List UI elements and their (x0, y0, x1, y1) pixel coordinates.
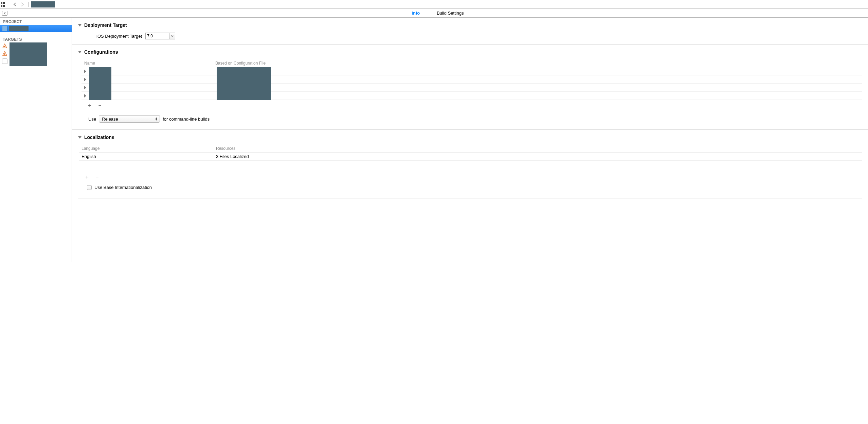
configurations-col-name: Name (82, 59, 214, 67)
command-line-build-config-popup[interactable]: Release ▲▼ (99, 115, 160, 123)
project-icon (2, 26, 7, 31)
separator (28, 2, 29, 7)
svg-point-7 (4, 53, 5, 55)
disclosure-icon[interactable] (78, 136, 82, 139)
sidebar-project-header: PROJECT (0, 18, 72, 25)
related-items-icon[interactable] (1, 2, 6, 7)
localization-language: English (79, 153, 215, 160)
use-label: Use (88, 117, 96, 122)
ios-deployment-target-label: iOS Deployment Target (96, 34, 142, 39)
use-base-internationalization-checkbox[interactable] (87, 185, 92, 190)
remove-localization-button[interactable]: － (94, 174, 100, 181)
separator (9, 2, 9, 7)
configuration-row[interactable] (82, 84, 862, 92)
tab-info[interactable]: Info (412, 9, 420, 17)
project-name-redacted (9, 26, 29, 31)
disclosure-right-icon[interactable] (84, 70, 86, 73)
disclosure-right-icon[interactable] (84, 94, 86, 98)
configuration-row[interactable] (82, 75, 862, 84)
configuration-row[interactable] (82, 92, 862, 100)
tab-build-settings[interactable]: Build Settings (437, 9, 464, 17)
targets-list (0, 42, 72, 67)
editor-tabbar: Info Build Settings (0, 9, 868, 18)
project-row[interactable] (0, 25, 72, 32)
configuration-files-redacted (217, 67, 271, 100)
project-targets-sidebar: PROJECT TARGETS (0, 18, 72, 262)
go-back-mini-button[interactable] (2, 11, 7, 16)
path-toolbar (0, 0, 868, 9)
breadcrumb-redacted[interactable] (31, 1, 55, 7)
localization-row[interactable]: English 3 Files Localized (79, 153, 862, 161)
svg-rect-3 (1, 5, 2, 7)
remove-configuration-button[interactable]: － (97, 102, 103, 109)
disclosure-right-icon[interactable] (84, 78, 86, 81)
configurations-rows (82, 67, 862, 100)
table-footer-line (79, 161, 862, 170)
sidebar-targets-header: TARGETS (0, 32, 72, 42)
svg-rect-4 (3, 5, 4, 7)
use-base-internationalization-label: Use Base Internationalization (94, 185, 152, 190)
ios-deployment-target-input[interactable] (145, 33, 169, 39)
nav-forward-button[interactable] (19, 1, 25, 7)
localizations-col-language: Language (79, 145, 215, 152)
use-suffix-label: for command-line builds (163, 117, 210, 122)
ios-deployment-target-field[interactable] (145, 33, 175, 39)
project-info-editor: Deployment Target iOS Deployment Target … (72, 18, 868, 262)
disclosure-icon[interactable] (78, 24, 82, 26)
svg-rect-0 (1, 2, 2, 4)
configurations-col-file: Based on Configuration File (214, 59, 862, 67)
section-divider (78, 198, 862, 198)
app-target-icon (2, 51, 7, 56)
svg-rect-5 (4, 5, 5, 7)
add-configuration-button[interactable]: ＋ (87, 102, 92, 109)
configuration-row[interactable] (82, 67, 862, 75)
nav-back-button[interactable] (12, 1, 18, 7)
localization-resources: 3 Files Localized (215, 153, 862, 160)
popup-value: Release (102, 117, 118, 122)
localizations-col-resources: Resources (215, 145, 862, 152)
svg-point-6 (4, 46, 5, 47)
popup-arrows-icon: ▲▼ (155, 117, 158, 121)
app-target-icon (2, 43, 7, 49)
svg-rect-1 (3, 2, 4, 4)
disclosure-right-icon[interactable] (84, 86, 86, 89)
section-localizations: Localizations (84, 135, 114, 140)
svg-rect-2 (4, 2, 5, 4)
dropdown-button[interactable] (169, 33, 175, 39)
section-deployment-target: Deployment Target (84, 22, 127, 28)
section-configurations: Configurations (84, 49, 118, 55)
disclosure-icon[interactable] (78, 51, 82, 53)
add-localization-button[interactable]: ＋ (84, 174, 90, 181)
configuration-names-redacted (89, 67, 111, 100)
bundle-target-icon (2, 58, 7, 64)
target-names-redacted[interactable] (10, 42, 47, 66)
